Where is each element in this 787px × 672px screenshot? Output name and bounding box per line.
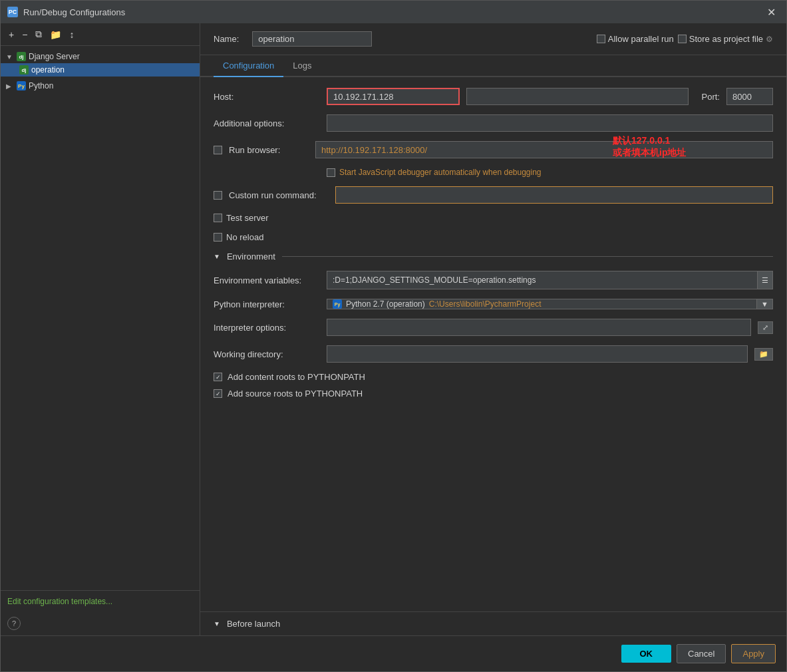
name-field-label: Name: <box>214 34 239 44</box>
environment-section: ▼ Environment <box>214 252 773 261</box>
bottom-bar: OK Cancel Apply <box>1 635 786 671</box>
add-content-roots-label: Add content roots to PYTHONPATH <box>228 372 365 382</box>
no-reload-checkbox[interactable] <box>214 233 222 242</box>
host-extra-input[interactable] <box>466 88 689 105</box>
copy-config-button[interactable]: ⧉ <box>33 27 45 41</box>
move-config-button[interactable]: 📁 <box>47 28 64 41</box>
title-bar-left: PC Run/Debug Configurations <box>7 7 125 17</box>
additional-options-row: Additional options: <box>214 114 773 132</box>
environment-label: Environment <box>227 252 275 261</box>
django-server-group: ▼ dj Django Server dj operation <box>1 49 200 78</box>
config-toolbar: + − ⧉ 📁 ↕ <box>1 23 200 46</box>
run-browser-label: Run browser: <box>229 145 309 155</box>
add-source-roots-label: Add source roots to PYTHONPATH <box>228 389 363 399</box>
django-icon: dj <box>17 52 26 61</box>
sort-config-button[interactable]: ↕ <box>67 28 77 41</box>
store-project-gear-icon[interactable]: ⚙ <box>766 35 773 44</box>
help-button[interactable]: ? <box>7 617 21 630</box>
host-port-row: Host: Port: <box>214 88 773 105</box>
group-collapse-arrow: ▼ <box>6 53 14 61</box>
js-debugger-checkbox[interactable] <box>327 168 335 177</box>
close-button[interactable]: ✕ <box>763 5 780 20</box>
additional-options-label: Additional options: <box>214 118 320 128</box>
run-browser-row: Run browser: <box>214 141 773 158</box>
left-bottom: ? <box>1 611 200 635</box>
run-browser-url-input[interactable] <box>315 141 773 158</box>
python-interp-path: C:\Users\libolin\PycharmProject <box>429 299 542 309</box>
python-interp-content: Py Python 2.7 (operation) C:\Users\libol… <box>327 299 756 309</box>
django-server-label: Django Server <box>29 52 80 61</box>
add-config-button[interactable]: + <box>6 28 17 41</box>
title-bar: PC Run/Debug Configurations ✕ <box>1 1 786 23</box>
port-input[interactable] <box>726 88 773 105</box>
main-content: + − ⧉ 📁 ↕ ▼ dj Django Server dj operatio… <box>1 23 786 635</box>
ok-button[interactable]: OK <box>621 645 672 663</box>
remove-config-button[interactable]: − <box>19 28 30 41</box>
add-source-roots-checkbox[interactable] <box>214 389 222 398</box>
config-name-input[interactable] <box>252 31 372 47</box>
working-dir-row: Working directory: 📁 <box>214 345 773 363</box>
run-browser-checkbox[interactable] <box>214 146 222 154</box>
add-source-roots-item: Add source roots to PYTHONPATH <box>214 389 773 399</box>
env-vars-input[interactable] <box>327 271 757 289</box>
env-vars-label: Environment variables: <box>214 275 320 285</box>
store-project-checkbox[interactable] <box>678 35 687 43</box>
custom-run-row: Custom run command: <box>214 186 773 204</box>
python-group-header[interactable]: ▶ Py Python <box>1 79 200 92</box>
add-content-roots-checkbox[interactable] <box>214 373 222 381</box>
no-reload-row: No reload <box>214 232 773 242</box>
python-label: Python <box>29 81 53 90</box>
right-panel: Name: Allow parallel run Store as projec… <box>200 23 786 635</box>
host-label: Host: <box>214 92 320 102</box>
interp-options-row: Interpreter options: ⤢ <box>214 319 773 336</box>
host-input[interactable] <box>327 88 460 105</box>
pythonpath-section: Add content roots to PYTHONPATH Add sour… <box>214 372 773 399</box>
test-server-checkbox[interactable] <box>214 214 222 222</box>
edit-templates-link[interactable]: Edit configuration templates... <box>7 597 112 606</box>
custom-run-label: Custom run command: <box>229 190 329 200</box>
no-reload-label: No reload <box>226 232 263 242</box>
custom-run-input[interactable] <box>335 186 773 204</box>
apply-button[interactable]: Apply <box>731 644 776 663</box>
tabs-bar: Configuration Logs <box>200 55 786 77</box>
run-debug-dialog: PC Run/Debug Configurations ✕ + − ⧉ 📁 ↕ … <box>0 0 787 672</box>
add-content-roots-item: Add content roots to PYTHONPATH <box>214 372 773 382</box>
header-checkboxes: Allow parallel run Store as project file… <box>597 34 773 44</box>
python-interp-dropdown-button[interactable]: ▼ <box>756 299 772 309</box>
environment-arrow[interactable]: ▼ <box>214 253 220 260</box>
working-dir-folder-button[interactable]: 📁 <box>754 348 773 361</box>
operation-config-item[interactable]: dj operation <box>1 63 200 77</box>
additional-options-input[interactable] <box>327 114 773 132</box>
working-dir-input[interactable] <box>327 345 748 363</box>
python-interp-name: Python 2.7 (operation) <box>346 299 425 309</box>
test-server-label: Test server <box>226 213 269 223</box>
left-panel: + − ⧉ 📁 ↕ ▼ dj Django Server dj operatio… <box>1 23 200 635</box>
python-interpreter-row: Python interpreter: Py Python 2.7 (opera… <box>214 299 773 309</box>
python-group: ▶ Py Python <box>1 78 200 94</box>
config-content: Host: Port: Additional options: Run brow… <box>200 77 786 611</box>
test-server-row: Test server <box>214 213 773 223</box>
app-icon: PC <box>7 7 18 17</box>
dialog-title: Run/Debug Configurations <box>23 7 125 17</box>
interp-options-input[interactable] <box>327 319 751 336</box>
tab-configuration[interactable]: Configuration <box>214 55 283 77</box>
tab-logs[interactable]: Logs <box>283 55 321 77</box>
before-launch-label: Before launch <box>227 619 280 629</box>
cancel-button[interactable]: Cancel <box>677 644 726 663</box>
python-interp-wrap: Py Python 2.7 (operation) C:\Users\libol… <box>327 299 773 309</box>
env-vars-wrap: ☰ <box>327 271 773 289</box>
before-launch-arrow[interactable]: ▼ <box>214 620 220 627</box>
store-project-label: Store as project file <box>689 34 763 44</box>
python-collapse-arrow: ▶ <box>6 83 14 90</box>
custom-run-checkbox[interactable] <box>214 191 222 200</box>
python-icon: Py <box>17 81 26 90</box>
allow-parallel-item: Allow parallel run <box>597 34 674 44</box>
config-tree: ▼ dj Django Server dj operation ▶ Py Pyt… <box>1 46 200 590</box>
allow-parallel-checkbox[interactable] <box>597 35 605 43</box>
env-vars-row: Environment variables: ☰ <box>214 271 773 289</box>
port-label: Port: <box>702 92 720 102</box>
env-vars-edit-button[interactable]: ☰ <box>757 271 772 289</box>
django-server-group-header[interactable]: ▼ dj Django Server <box>1 50 200 63</box>
interp-options-expand-button[interactable]: ⤢ <box>758 321 773 334</box>
right-header: Name: Allow parallel run Store as projec… <box>200 23 786 55</box>
